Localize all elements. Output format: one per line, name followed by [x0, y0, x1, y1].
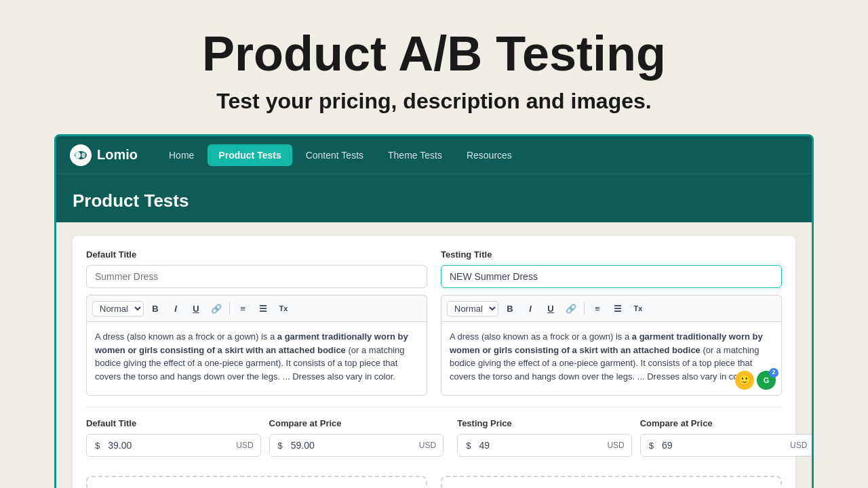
main-content: Default Title Normal B I U 🔗 ≡ ☰ [56, 222, 812, 488]
nav-item-content-tests[interactable]: Content Tests [295, 144, 374, 166]
form-card: Default Title Normal B I U 🔗 ≡ ☰ [73, 236, 795, 488]
default-title-input[interactable] [86, 265, 427, 288]
testing-compare-section: Compare at Price $ USD [640, 418, 814, 457]
default-title-column: Default Title Normal B I U 🔗 ≡ ☰ [86, 249, 427, 396]
testing-format-select[interactable]: Normal [447, 301, 498, 317]
compare-price-label: Compare at Price [269, 418, 444, 428]
testing-compare-field: $ USD [640, 434, 814, 457]
testing-link-btn[interactable]: 🔗 [562, 300, 580, 317]
grammarly-icon[interactable]: G 2 [757, 371, 776, 390]
testing-description-prefix: A dress (also known as a frock or a gown… [450, 331, 632, 342]
testing-price-symbol: $ [458, 435, 476, 456]
hero-section: Product A/B Testing Test your pricing, d… [0, 0, 868, 134]
default-clear-format-btn[interactable]: Tx [275, 300, 292, 317]
default-price-input[interactable] [105, 434, 229, 456]
default-price-label: Default Title [86, 418, 261, 428]
nav-item-product-tests[interactable]: Product Tests [208, 144, 292, 166]
testing-price-label: Testing Price [457, 418, 632, 428]
testing-clear-format-btn[interactable]: Tx [629, 300, 647, 317]
testing-compare-currency: USD [783, 435, 814, 455]
testing-dropzone-container: Drag 'n' drop some files here, or click … [441, 466, 782, 488]
testing-editor-body[interactable]: A dress (also known as a frock or a gown… [441, 321, 782, 396]
page-header: Product Tests [56, 174, 812, 222]
toolbar-divider-2 [584, 302, 585, 314]
nav-items: Home Product Tests Content Tests Theme T… [158, 144, 523, 166]
compare-price-field: $ USD [269, 434, 444, 457]
compare-price-input[interactable] [288, 434, 412, 456]
default-price-symbol: $ [87, 435, 105, 456]
testing-underline-btn[interactable]: U [542, 300, 559, 317]
hero-subtitle: Test your pricing, description and image… [14, 89, 854, 114]
testing-compare-input[interactable] [659, 434, 783, 456]
default-bold-btn[interactable]: B [146, 300, 164, 317]
default-price-section: Default Title $ USD [86, 418, 261, 457]
price-row: Default Title $ USD Compare at Price $ U… [86, 418, 782, 457]
default-editor-body[interactable]: A dress (also known as a frock or a gown… [86, 321, 427, 396]
testing-title-column: Testing Title Normal B I U 🔗 ≡ ☰ [441, 249, 782, 396]
app-container: Lomio Home Product Tests Content Tests T… [54, 134, 814, 488]
default-italic-btn[interactable]: I [167, 300, 184, 317]
navbar: Lomio Home Product Tests Content Tests T… [56, 136, 812, 174]
default-editor-toolbar: Normal B I U 🔗 ≡ ☰ Tx [86, 295, 427, 321]
default-price-field: $ USD [86, 434, 261, 457]
default-format-select[interactable]: Normal [92, 301, 144, 317]
compare-price-section: Compare at Price $ USD [269, 418, 444, 457]
testing-price-input[interactable] [476, 434, 600, 456]
default-dropzone-container: Drag 'n' drop some files here, or click … [86, 466, 427, 488]
grammarly-badge: 2 [769, 368, 778, 378]
default-ordered-list-btn[interactable]: ≡ [234, 300, 252, 317]
testing-ordered-list-btn[interactable]: ≡ [589, 300, 606, 317]
default-price-currency: USD [229, 435, 260, 455]
testing-title-label: Testing Title [441, 249, 782, 260]
compare-price-currency: USD [412, 435, 443, 455]
testing-dropzone[interactable]: Drag 'n' drop some files here, or click … [441, 476, 782, 488]
default-price-columns: Default Title $ USD Compare at Price $ U… [86, 418, 443, 457]
logo: Lomio [70, 144, 138, 166]
nav-item-home[interactable]: Home [158, 144, 205, 166]
testing-price-columns: Testing Price $ USD Compare at Price $ U… [457, 418, 814, 457]
dropzone-row: Drag 'n' drop some files here, or click … [86, 466, 782, 488]
logo-icon [70, 144, 92, 166]
divider-1 [86, 407, 782, 407]
default-title-label: Default Title [86, 249, 427, 260]
editor-icons: 🙂 G 2 [735, 371, 776, 390]
hero-title: Product A/B Testing [14, 27, 854, 81]
nav-item-theme-tests[interactable]: Theme Tests [377, 144, 453, 166]
default-unordered-list-btn[interactable]: ☰ [254, 300, 272, 317]
toolbar-divider-1 [229, 302, 230, 314]
testing-price-field: $ USD [457, 434, 632, 457]
testing-unordered-list-btn[interactable]: ☰ [609, 300, 627, 317]
testing-compare-label: Compare at Price [640, 418, 814, 428]
logo-text: Lomio [97, 147, 138, 163]
emoji-icon[interactable]: 🙂 [735, 371, 754, 390]
default-link-btn[interactable]: 🔗 [208, 300, 225, 317]
nav-item-resources[interactable]: Resources [456, 144, 523, 166]
default-description-prefix: A dress (also known as a frock or a gown… [95, 331, 277, 342]
testing-price-section: Testing Price $ USD [457, 418, 632, 457]
compare-price-symbol: $ [270, 435, 288, 456]
testing-title-input[interactable] [441, 265, 782, 288]
default-dropzone[interactable]: Drag 'n' drop some files here, or click … [86, 476, 427, 488]
testing-editor-toolbar: Normal B I U 🔗 ≡ ☰ Tx [441, 295, 782, 321]
svg-point-2 [81, 152, 85, 158]
page-title: Product Tests [73, 190, 795, 211]
svg-point-1 [75, 152, 81, 159]
testing-compare-symbol: $ [641, 435, 659, 456]
default-underline-btn[interactable]: U [187, 300, 205, 317]
testing-italic-btn[interactable]: I [521, 300, 539, 317]
title-row: Default Title Normal B I U 🔗 ≡ ☰ [86, 249, 782, 396]
testing-bold-btn[interactable]: B [501, 300, 519, 317]
testing-price-currency: USD [600, 435, 631, 455]
